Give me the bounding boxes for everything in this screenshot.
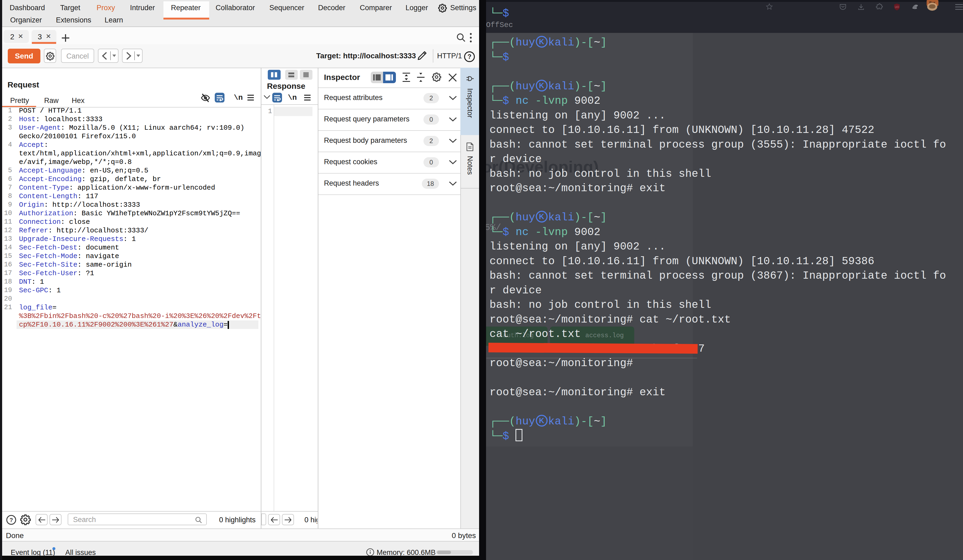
svg-text:?: ? (9, 517, 13, 523)
svg-text:?: ? (468, 53, 472, 60)
